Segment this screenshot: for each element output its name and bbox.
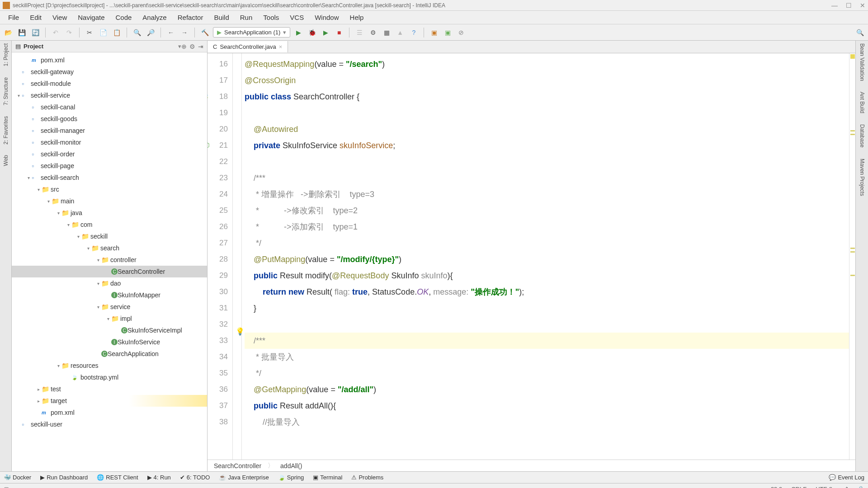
tree-node-java[interactable]: ▾📁java: [12, 207, 207, 219]
gutter-line[interactable]: 31: [208, 300, 228, 316]
code-line[interactable]: return new Result( flag: true, StatusCod…: [245, 284, 849, 300]
close-tab-icon[interactable]: ×: [279, 43, 283, 50]
right-rail-ant-build[interactable]: Ant Build: [859, 92, 865, 113]
undo-icon[interactable]: ↶: [50, 27, 61, 38]
search-everywhere-icon[interactable]: 🔍: [854, 27, 865, 38]
menu-vcs[interactable]: VCS: [285, 12, 308, 23]
gutter-line[interactable]: 33: [208, 333, 228, 349]
breadcrumb-class[interactable]: SearchController: [214, 462, 261, 469]
context-icon[interactable]: ⎇: [841, 486, 848, 488]
jrebel3-icon[interactable]: ⊘: [456, 27, 467, 38]
tree-node-src[interactable]: ▾📁src: [12, 183, 207, 195]
menu-navigate[interactable]: Navigate: [73, 12, 109, 23]
structure-icon[interactable]: ☰: [354, 27, 365, 38]
scroll-from-source-icon[interactable]: ⊕: [181, 43, 187, 50]
stop-button[interactable]: ■: [334, 27, 344, 38]
tree-node-searchcontroller[interactable]: C SearchController: [12, 266, 207, 277]
code-line[interactable]: public Result addAll(){: [245, 398, 849, 414]
gutter-line[interactable]: 29: [208, 267, 228, 284]
code-line[interactable]: [245, 105, 849, 121]
editor-tab[interactable]: C SearchController.java ×: [208, 41, 288, 52]
tree-node-service[interactable]: ▾📁service: [12, 301, 207, 313]
left-rail-web[interactable]: Web: [3, 155, 9, 166]
analysis-status-icon[interactable]: [850, 54, 855, 59]
replace-icon[interactable]: 🔎: [145, 27, 156, 38]
tree-node-search[interactable]: ▾📁search: [12, 242, 207, 254]
tree-node-skuinfoservice[interactable]: I SkuInfoService: [12, 336, 207, 348]
gutter-line[interactable]: 35: [208, 365, 228, 381]
help-icon[interactable]: ?: [408, 27, 419, 38]
tree-node-seckill-order[interactable]: ▫seckill-order: [12, 148, 207, 160]
tool-docker[interactable]: 🐳Docker: [4, 474, 31, 481]
forward-icon[interactable]: →: [179, 27, 190, 38]
hide-icon[interactable]: ⇥: [198, 43, 203, 50]
status-icon[interactable]: ▢: [4, 486, 9, 488]
tree-node-seckill-goods[interactable]: ▫seckill-goods: [12, 113, 207, 125]
lock-icon[interactable]: 🔒: [857, 486, 864, 488]
code-line[interactable]: @Autowired: [245, 121, 849, 137]
line-separator[interactable]: CRLF: [791, 486, 807, 488]
gutter-line[interactable]: 19: [208, 105, 228, 121]
gutter-line[interactable]: 32: [208, 316, 228, 333]
tool----run[interactable]: ▶4: Run: [147, 474, 171, 481]
find-icon[interactable]: 🔍: [132, 27, 142, 38]
tree-node-resources[interactable]: ▾📁resources: [12, 360, 207, 371]
minimize-button[interactable]: —: [831, 2, 838, 9]
menu-tools[interactable]: Tools: [259, 12, 283, 23]
menu-build[interactable]: Build: [209, 12, 233, 23]
code-line[interactable]: [245, 316, 849, 333]
left-rail----favorites[interactable]: 2: Favorites: [3, 116, 9, 145]
gutter-line[interactable]: 25: [208, 202, 228, 219]
tool-rest-client[interactable]: 🌐REST Client: [97, 474, 138, 481]
menu-analyze[interactable]: Analyze: [138, 12, 171, 23]
collapse-all-icon[interactable]: ⚙: [189, 43, 195, 50]
right-rail-maven-projects[interactable]: Maven Projects: [859, 159, 865, 196]
tree-node-seckill[interactable]: ▾📁seckill: [12, 230, 207, 242]
tool3-icon[interactable]: ▲: [395, 27, 406, 38]
menu-help[interactable]: Help: [345, 12, 368, 23]
tool----todo[interactable]: ✔6: TODO: [180, 474, 210, 481]
cursor-position[interactable]: 33:9: [771, 486, 782, 488]
gutter-line[interactable]: 38: [208, 414, 228, 430]
run-button[interactable]: ▶: [293, 27, 304, 38]
gutter-line[interactable]: 🍃18: [208, 89, 228, 105]
code-line[interactable]: @GetMapping(value = "/add/all"): [245, 381, 849, 398]
tree-node-seckill-page[interactable]: ▫seckill-page: [12, 160, 207, 172]
tree-node-main[interactable]: ▾📁main: [12, 195, 207, 207]
tree-node-skuinfoserviceimpl[interactable]: C SkuInfoServiceImpl: [12, 324, 207, 336]
save-all-icon[interactable]: 💾: [16, 27, 27, 38]
tree-node-com[interactable]: ▾📁com: [12, 219, 207, 230]
code-line[interactable]: * 批量导入: [245, 349, 849, 365]
redo-icon[interactable]: ↷: [64, 27, 75, 38]
gutter-line[interactable]: ⬡21: [208, 137, 228, 154]
code-line[interactable]: * 增量操作 ->删除索引 type=3: [245, 186, 849, 202]
sync-icon[interactable]: 🔄: [30, 27, 41, 38]
code-line[interactable]: //批量导入: [245, 414, 849, 430]
code-line[interactable]: */: [245, 365, 849, 381]
right-rail-bean-validation[interactable]: Bean Validation: [859, 43, 865, 81]
tree-node-searchapplication[interactable]: C SearchApplication: [12, 348, 207, 360]
code-line[interactable]: private SkuInfoService skuInfoService;: [245, 137, 849, 154]
gutter-line[interactable]: 16: [208, 56, 228, 72]
debug-button[interactable]: 🐞: [307, 27, 317, 38]
maximize-button[interactable]: ☐: [846, 2, 852, 9]
tool-java-enterprise[interactable]: ☕Java Enterprise: [219, 474, 269, 481]
jrebel1-icon[interactable]: ▣: [429, 27, 439, 38]
tool-terminal[interactable]: ▣Terminal: [313, 474, 342, 481]
menu-view[interactable]: View: [48, 12, 71, 23]
tree-node-seckill-monitor[interactable]: ▫seckill-monitor: [12, 136, 207, 148]
tree-node-seckill-service[interactable]: ▾▫seckill-service: [12, 89, 207, 101]
gutter-line[interactable]: 36: [208, 381, 228, 398]
project-dropdown[interactable]: ▾: [178, 43, 181, 50]
gutter-line[interactable]: 17: [208, 72, 228, 89]
code-line[interactable]: * ->添加索引 type=1: [245, 219, 849, 235]
gutter-line[interactable]: 24: [208, 186, 228, 202]
copy-icon[interactable]: 📄: [98, 27, 108, 38]
gutter-line[interactable]: 28: [208, 251, 228, 267]
code-line[interactable]: [245, 154, 849, 170]
coverage-button[interactable]: ▶: [320, 27, 331, 38]
tree-node-seckill-search[interactable]: ▾▫seckill-search: [12, 172, 207, 183]
cut-icon[interactable]: ✂: [84, 27, 95, 38]
code-line[interactable]: /***: [245, 333, 849, 349]
menu-window[interactable]: Window: [310, 12, 343, 23]
